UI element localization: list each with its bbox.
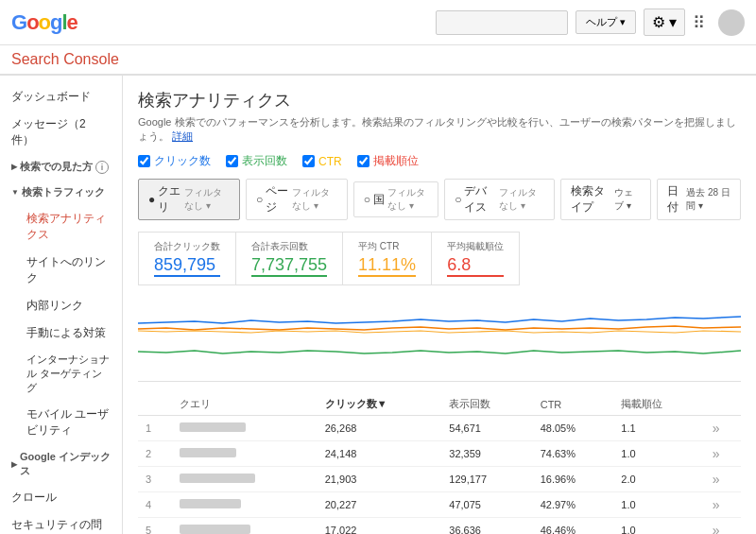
avatar[interactable] <box>718 9 745 36</box>
sidebar-item-crawl[interactable]: クロール <box>0 484 122 511</box>
app-title: Search Console <box>11 51 119 67</box>
row-impressions: 36,636 <box>441 518 532 535</box>
row-clicks: 26,268 <box>318 416 442 441</box>
clicks-label: クリック数 <box>154 153 211 169</box>
sidebar-item-security[interactable]: セキュリティの問題 <box>0 511 122 534</box>
logo: Google <box>11 10 77 35</box>
row-num: 1 <box>138 416 172 441</box>
detail-link[interactable]: 詳細 <box>172 130 193 142</box>
data-table: クエリ クリック数▼ 表示回数 CTR 掲載順位 1 26,268 54,671… <box>138 393 741 534</box>
total-impressions-label: 合計表示回数 <box>251 240 327 253</box>
stat-total-clicks: 合計クリック数 859,795 <box>139 233 236 284</box>
row-num: 3 <box>138 467 172 492</box>
sidebar-item-messages[interactable]: メッセージ（2 件） <box>0 111 122 154</box>
sidebar-item-google-index[interactable]: Google インデックス <box>0 444 122 484</box>
dim-country[interactable]: ○ 国 フィルタなし ▾ <box>353 181 438 217</box>
position-label: 掲載順位 <box>373 153 419 169</box>
table-header-row: クエリ クリック数▼ 表示回数 CTR 掲載順位 <box>138 393 741 416</box>
avg-ctr-label: 平均 CTR <box>358 240 416 253</box>
google-logo: Google <box>11 10 77 35</box>
col-position[interactable]: 掲載順位 <box>613 393 704 416</box>
row-clicks: 17,022 <box>318 518 442 535</box>
metric-position[interactable]: 掲載順位 <box>357 153 419 169</box>
sidebar-item-dashboard[interactable]: ダッシュボード <box>0 83 122 111</box>
ctr-line <box>138 331 741 333</box>
device-filter: フィルタなし ▾ <box>499 186 544 213</box>
sidebar-item-intl-targeting[interactable]: インターナショナル ターゲティング <box>15 347 122 401</box>
sidebar-item-internal-links[interactable]: 内部リンク <box>15 292 122 319</box>
sidebar-sub-traffic: 検索アナリティクス サイトへのリンク 内部リンク 手動による対策 インターナショ… <box>0 205 122 444</box>
col-ctr[interactable]: CTR <box>533 393 614 416</box>
dim-device[interactable]: ○ デバイス フィルタなし ▾ <box>444 179 555 220</box>
date-label: 日付 <box>667 183 683 215</box>
total-clicks-label: 合計クリック数 <box>154 240 220 253</box>
col-num <box>138 393 172 416</box>
row-clicks: 24,148 <box>318 441 442 467</box>
row-position: 1.0 <box>613 518 704 535</box>
settings-button[interactable]: ⚙ ▾ <box>644 9 685 36</box>
dim-date[interactable]: 日付 過去 28 日間 ▾ <box>657 179 741 220</box>
page-radio: ○ <box>256 193 263 206</box>
col-action <box>705 393 741 416</box>
row-impressions: 54,671 <box>441 416 532 441</box>
row-position: 1.0 <box>613 492 704 518</box>
dim-search-type[interactable]: 検索タイプ ウェブ ▾ <box>560 179 651 220</box>
table-row: 3 21,903 129,177 16.96% 2.0 » <box>138 467 741 492</box>
country-radio: ○ <box>364 193 370 206</box>
row-query <box>172 518 318 535</box>
sidebar-item-search-traffic[interactable]: 検索トラフィック <box>0 180 122 205</box>
col-clicks[interactable]: クリック数▼ <box>318 393 442 416</box>
chart-area <box>138 297 741 382</box>
row-ctr: 16.96% <box>533 467 614 492</box>
sidebar-item-links[interactable]: サイトへのリンク <box>15 249 122 292</box>
col-impressions[interactable]: 表示回数 <box>441 393 532 416</box>
stat-avg-ctr: 平均 CTR 11.11% <box>343 233 432 284</box>
table-row: 1 26,268 54,671 48.05% 1.1 » <box>138 416 741 441</box>
row-impressions: 129,177 <box>441 467 532 492</box>
help-label: ヘルプ <box>586 15 617 29</box>
country-filter: フィルタなし ▾ <box>387 186 428 213</box>
layout: ダッシュボード メッセージ（2 件） 検索での見た方 i 検索トラフィック 検索… <box>0 76 756 534</box>
dim-page[interactable]: ○ ページ フィルタなし ▾ <box>246 179 348 220</box>
row-impressions: 32,359 <box>441 441 532 467</box>
sidebar-item-manual-actions[interactable]: 手動による対策 <box>15 319 122 347</box>
row-position: 2.0 <box>613 467 704 492</box>
row-action[interactable]: » <box>705 518 741 535</box>
row-action[interactable]: » <box>705 441 741 467</box>
search-input[interactable] <box>436 10 568 35</box>
row-position: 1.0 <box>613 441 704 467</box>
metric-ctr[interactable]: CTR <box>302 155 342 168</box>
row-num: 4 <box>138 492 172 518</box>
dimension-row: ● クエリ フィルタなし ▾ ○ ページ フィルタなし ▾ ○ 国 フィルタなし… <box>138 179 741 220</box>
total-clicks-value: 859,795 <box>154 255 220 277</box>
stat-avg-position: 平均掲載順位 6.8 <box>432 233 519 284</box>
row-action[interactable]: » <box>705 416 741 441</box>
grid-icon[interactable]: ⠿ <box>693 12 705 33</box>
total-impressions-value: 7,737,755 <box>251 255 327 277</box>
sidebar-item-search-appearance[interactable]: 検索での見た方 i <box>0 154 122 180</box>
sidebar-item-mobile-usability[interactable]: モバイル ユーザビリティ <box>15 401 122 444</box>
main-content: 検索アナリティクス Google 検索でのパフォーマンスを分析します。検索結果の… <box>123 76 756 534</box>
info-icon[interactable]: i <box>95 161 109 174</box>
row-action[interactable]: » <box>705 492 741 518</box>
dim-query[interactable]: ● クエリ フィルタなし ▾ <box>138 179 240 220</box>
sidebar-item-search-analytics[interactable]: 検索アナリティクス <box>15 205 122 249</box>
page-label: ページ <box>266 183 289 215</box>
device-radio: ○ <box>455 193 461 206</box>
metric-impressions[interactable]: 表示回数 <box>226 153 287 169</box>
col-query: クエリ <box>172 393 318 416</box>
impressions-checkbox[interactable] <box>226 155 238 167</box>
table-row: 5 17,022 36,636 46.46% 1.0 » <box>138 518 741 535</box>
header-right: ヘルプ ▾ ⚙ ▾ ⠿ <box>436 9 745 36</box>
row-action[interactable]: » <box>705 467 741 492</box>
row-position: 1.1 <box>613 416 704 441</box>
table-body: 1 26,268 54,671 48.05% 1.1 » 2 24,148 32… <box>138 416 741 535</box>
help-button[interactable]: ヘルプ ▾ <box>576 10 636 34</box>
metric-clicks[interactable]: クリック数 <box>138 153 211 169</box>
gear-icon: ⚙ <box>652 14 665 30</box>
ctr-checkbox[interactable] <box>302 155 315 167</box>
row-ctr: 46.46% <box>533 518 614 535</box>
query-radio: ● <box>148 193 155 206</box>
clicks-checkbox[interactable] <box>138 155 150 167</box>
position-checkbox[interactable] <box>357 155 369 167</box>
